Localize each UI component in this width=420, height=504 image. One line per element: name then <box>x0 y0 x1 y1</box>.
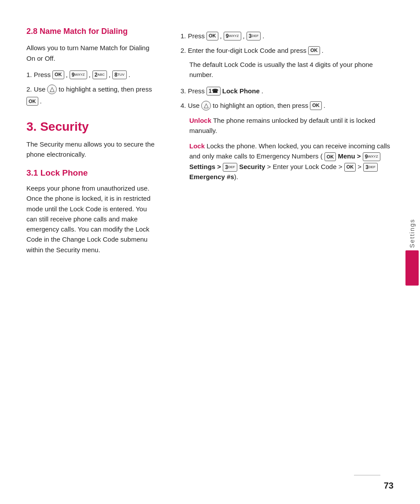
security-label: Security <box>239 163 265 170</box>
subitem-unlock: Unlock The phone remains unlocked by def… <box>181 115 394 136</box>
nav-icon-1: △ <box>47 85 57 94</box>
section-3: 3. Security The Security menu allows you… <box>26 120 158 255</box>
right-step-2-note: The default Lock Code is usually the las… <box>181 59 394 80</box>
step-28-1: 1. Press OK , 9WXYZ , 2ABC , 8TUV . <box>26 70 158 80</box>
right-step-2-main: 2. Enter the four-digit Lock Code and pr… <box>181 45 394 55</box>
step-28-1-num: 1. Press <box>26 70 51 80</box>
key-3def-emergency: 3DEF <box>363 163 378 172</box>
key-3def-security: 3DEF <box>223 163 237 172</box>
key-ok-r4: OK <box>310 101 322 110</box>
page-divider <box>354 475 380 475</box>
step-28-2: 2. Use △ to highlight a setting, then pr… <box>26 84 158 107</box>
step-28-2-num: 2. Use <box>26 84 45 94</box>
page-number: 73 <box>384 481 394 491</box>
page-container: 2.8 Name Match for Dialing Allows you to… <box>0 0 420 504</box>
key-ok-menu: OK <box>324 152 336 161</box>
key-1-lock: 1☎ <box>206 87 221 96</box>
key-ok-2: OK <box>26 97 38 106</box>
sidebar-tab: Settings <box>404 218 420 286</box>
right-step-3: 3. Press 1☎ Lock Phone . <box>181 86 394 96</box>
section-28-heading: 2.8 Name Match for Dialing <box>26 26 158 37</box>
key-8tuv: 8TUV <box>112 70 127 79</box>
section-31: 3.1 Lock Phone Keeps your phone from una… <box>26 168 158 255</box>
key-9wxyz-r1: 9WXYZ <box>224 32 241 40</box>
key-ok-r1: OK <box>206 32 218 40</box>
key-ok-1: OK <box>52 70 64 79</box>
subitem-lock: Lock Locks the phone. When locked, you c… <box>181 141 394 182</box>
key-2abc: 2ABC <box>92 70 107 79</box>
section-31-heading: 3.1 Lock Phone <box>26 168 158 178</box>
right-step-4-main: 4. Use △ to highlight an option, then pr… <box>181 100 394 110</box>
sidebar-label: Settings <box>409 218 416 248</box>
right-step-2: 2. Enter the four-digit Lock Code and pr… <box>181 45 394 80</box>
right-column: 1. Press OK , 9WXYZ , 3DEF . 2. Enter th… <box>172 26 420 478</box>
lock-phone-label: Lock Phone <box>222 86 260 96</box>
unlock-label: Unlock <box>189 117 211 124</box>
right-step-1: 1. Press OK , 9WXYZ , 3DEF . <box>181 31 394 41</box>
right-step-4: 4. Use △ to highlight an option, then pr… <box>181 100 394 182</box>
key-3def-r1: 3DEF <box>247 32 261 40</box>
lock-label: Lock <box>189 142 205 150</box>
left-column: 2.8 Name Match for Dialing Allows you to… <box>0 26 172 478</box>
section-28-body: Allows you to turn Name Match for Dialin… <box>26 43 158 63</box>
sidebar-bar <box>405 250 419 286</box>
nav-icon-r4: △ <box>201 101 211 110</box>
key-ok-r2: OK <box>308 46 320 55</box>
section-3-body: The Security menu allows you to secure t… <box>26 139 158 160</box>
key-ok-lockcode: OK <box>344 163 356 172</box>
section-28: 2.8 Name Match for Dialing Allows you to… <box>26 26 158 107</box>
section-3-heading: 3. Security <box>26 120 158 134</box>
key-9wxyz-settings: 9WXYZ <box>363 152 380 161</box>
key-9wxyz-1: 9WXYZ <box>70 70 87 79</box>
section-31-body: Keeps your phone from unauthorized use. … <box>26 183 158 255</box>
